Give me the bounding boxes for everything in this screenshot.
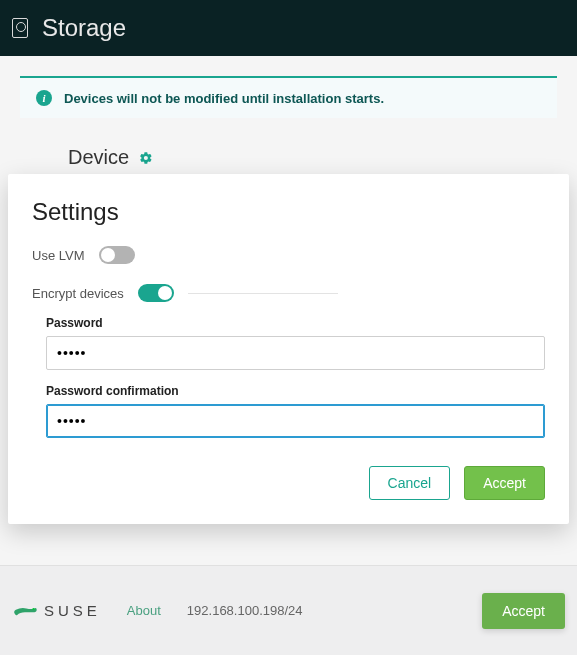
password-confirm-input[interactable] <box>46 404 545 438</box>
ip-address: 192.168.100.198/24 <box>187 603 303 618</box>
storage-icon <box>12 18 28 38</box>
page-title: Storage <box>42 14 126 42</box>
divider <box>188 293 338 294</box>
encrypt-devices-row: Encrypt devices <box>32 284 545 302</box>
info-banner: i Devices will not be modified until ins… <box>20 76 557 118</box>
info-icon: i <box>36 90 52 106</box>
password-confirm-field-block: Password confirmation <box>46 384 545 438</box>
password-input[interactable] <box>46 336 545 370</box>
cancel-button[interactable]: Cancel <box>369 466 451 500</box>
svg-point-0 <box>32 608 34 610</box>
gear-icon[interactable] <box>139 151 153 165</box>
password-label: Password <box>46 316 545 330</box>
password-field-block: Password <box>46 316 545 370</box>
header-bar: Storage <box>0 0 577 56</box>
accept-button[interactable]: Accept <box>464 466 545 500</box>
page-body: i Devices will not be modified until ins… <box>0 56 577 189</box>
suse-wordmark: SUSE <box>44 602 101 619</box>
modal-actions: Cancel Accept <box>32 466 545 500</box>
about-link[interactable]: About <box>127 603 161 618</box>
password-confirm-label: Password confirmation <box>46 384 545 398</box>
settings-modal: Settings Use LVM Encrypt devices Passwor… <box>8 174 569 524</box>
encrypt-devices-toggle[interactable] <box>138 284 174 302</box>
footer-bar: SUSE About 192.168.100.198/24 Accept <box>0 565 577 655</box>
chameleon-icon <box>12 603 38 619</box>
device-label: Device <box>68 146 129 169</box>
device-section: Device <box>68 146 557 169</box>
suse-logo: SUSE <box>12 602 101 619</box>
use-lvm-row: Use LVM <box>32 246 545 264</box>
use-lvm-toggle[interactable] <box>99 246 135 264</box>
use-lvm-label: Use LVM <box>32 248 85 263</box>
info-banner-text: Devices will not be modified until insta… <box>64 91 384 106</box>
modal-title: Settings <box>32 198 545 226</box>
encrypt-devices-label: Encrypt devices <box>32 286 124 301</box>
footer-accept-button[interactable]: Accept <box>482 593 565 629</box>
